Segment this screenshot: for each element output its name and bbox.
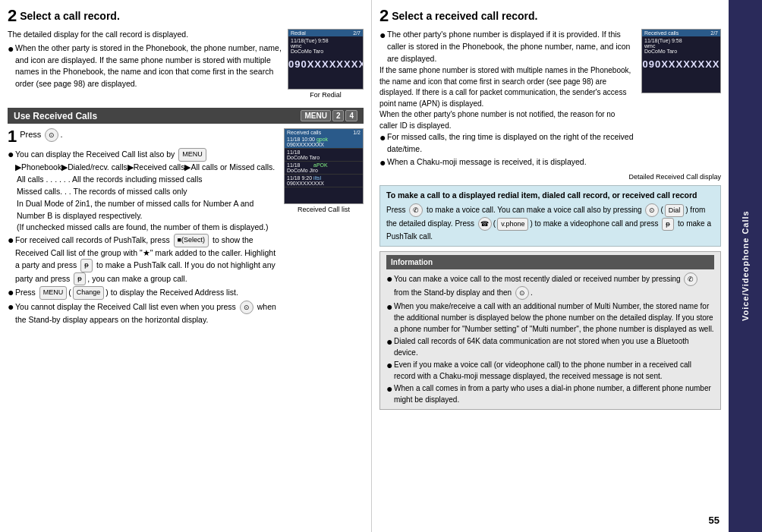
right-step2-body: ● The other party's phone number is disp… (379, 29, 635, 170)
key-circle2: ⊙ (240, 301, 253, 314)
info-bullet2: ● Dialed call records of 64K data commun… (386, 335, 714, 358)
section-title: Use Received Calls (14, 111, 97, 121)
detailed-received-caption (642, 74, 720, 76)
received-list-caption: Received Call list (284, 206, 364, 213)
pushtalk-key3: ᵽ (662, 218, 674, 231)
menu-icon-4: 4 (345, 110, 357, 121)
step1-bullet-change: ● Press MENU(Change) to display the Rece… (8, 286, 278, 300)
change-key: Change (73, 286, 105, 300)
received-list-header: Received calls 1/2 (285, 129, 363, 136)
redial-content: 11/18(Tue) 9:58 wmc DoCoMo Taro (288, 36, 363, 55)
page-number: 55 (709, 515, 719, 526)
redial-caption: For Redial (288, 91, 364, 99)
info-circle-key: ⊙ (515, 286, 529, 300)
info-bullet4: ● When a call comes in from a party who … (386, 382, 714, 405)
right-step2-title: Select a received call record. (392, 10, 537, 22)
make-call-box: To make a call to a displayed redial ite… (379, 185, 721, 247)
menu-icon-2: 2 (332, 110, 345, 121)
received-list-screen: Received calls 1/2 11/18 10:00 gpok 090X… (284, 128, 364, 204)
step1-content: 1 Press ⊙. ● You can display the Receive… (8, 128, 278, 327)
right-page: 2 Select a received call record. ● The o… (372, 0, 729, 532)
side-tab: Voice/Videophone Calls (729, 0, 762, 532)
menu-key: MENU (178, 148, 206, 162)
press-label: Press ⊙. (20, 128, 62, 142)
main-content: 2 Select a call record. The detailed dis… (0, 0, 762, 532)
info-box-header: Information (386, 255, 714, 269)
dial-key: ⊙ (645, 203, 659, 217)
step2-number: 2 (8, 6, 17, 26)
select-key: ■(Select) (174, 234, 209, 247)
menu-icon-menu: MENU (301, 110, 330, 121)
received-list-item-1: 11/18 DoCoMo Taro (285, 149, 363, 162)
redial-screen-container: Redial 2/7 11/18(Tue) 9:58 wmc DoCoMo Ta… (288, 29, 364, 99)
section-header: Use Received Calls MENU 2 4 (8, 108, 364, 124)
left-page: 2 Select a call record. The detailed dis… (0, 0, 372, 532)
right-bullet1-text: If the same phone number is stored with … (379, 65, 635, 109)
right-bullet2-text: When the other party's phone number is n… (379, 109, 635, 131)
make-call-body: Press ✆ to make a voice call. You can ma… (386, 203, 714, 242)
detailed-received-number: 090XXXXXXXX (642, 55, 720, 73)
pushtalk-key2: ᵽ (74, 272, 86, 286)
received-list-item-2: 11/18 aPOK DoCoMo Jiro (285, 162, 363, 175)
redial-screen: Redial 2/7 11/18(Tue) 9:58 wmc DoCoMo Ta… (288, 29, 364, 90)
voice-call-key: ✆ (409, 203, 423, 217)
dial-label: Dial (665, 204, 685, 218)
right-step2-header: 2 Select a received call record. (379, 6, 721, 26)
info-box: Information ● You can make a voice call … (379, 251, 721, 410)
step2-header: 2 Select a call record. (8, 6, 364, 26)
detailed-received-screen: Received calls 2/7 11/18(Tue) 9:58 wmc D… (641, 29, 721, 93)
step1-number: 1 (8, 128, 17, 145)
redial-number: 090XXXXXXXX (288, 55, 363, 73)
right-step2-number: 2 (379, 6, 389, 26)
pushtalk-key1: ᵽ (80, 259, 93, 272)
vphone-label: v.phone (497, 218, 528, 231)
step1-bullet-cannot: ● You cannot display the Received Call l… (8, 301, 278, 326)
step1-bullet0: ● You can display the Received Call list… (8, 148, 278, 173)
key-icon-circle: ⊙ (45, 128, 58, 142)
redial-header: Redial 2/7 (288, 30, 363, 36)
step1-bullet-pushtalk: ● For received call records of PushTalk,… (8, 234, 278, 285)
right-bullet0: ● The other party's phone number is disp… (379, 29, 635, 65)
step2-title: Select a call record. (20, 10, 120, 22)
received-list-item-0: 11/18 10:00 gpok 090XXXXXXXX (285, 136, 363, 149)
detailed-caption-text: Detailed Received Call display (379, 173, 721, 181)
step1-body: ● You can display the Received Call list… (8, 148, 278, 326)
right-step2-row: ● The other party's phone number is disp… (379, 29, 721, 170)
make-call-title: To make a call to a displayed redial ite… (386, 190, 714, 202)
menu-icons: MENU 2 4 (301, 110, 357, 121)
right-bullet3: ● For missed calls, the ring time is dis… (379, 131, 635, 156)
info-bullet3: ● Even if you make a voice call (or vide… (386, 359, 714, 382)
step1-row: 1 Press ⊙. ● You can display the Receive… (8, 128, 364, 327)
info-bullet1: ● When you make/receive a call with an a… (386, 301, 714, 335)
info-bullet0: ● You can make a voice call to the most … (386, 272, 714, 300)
step1-sub-bullets: All calls . . . . . . All the records in… (8, 174, 278, 234)
step2-body: The detailed display for the call record… (8, 29, 282, 91)
step1-header-row: 1 Press ⊙. (8, 128, 278, 145)
menu-key2: MENU (39, 286, 68, 300)
right-bullet4: ● When a Chaku-moji message is received,… (379, 156, 635, 169)
step2-bullet1: ● When the other party is stored in the … (8, 42, 282, 90)
info-call-key: ✆ (684, 272, 697, 286)
detailed-received-header: Received calls 2/7 (642, 30, 720, 36)
received-calls-screen-container: Received calls 1/2 11/18 10:00 gpok 090X… (284, 128, 364, 213)
received-list-item-3: 11/18 9:20 iltsl 090XXXXXXXX (285, 175, 363, 187)
video-key: ☎ (478, 217, 492, 231)
detailed-received-content: 11/18(Tue) 9:58 wmc DoCoMo Taro (642, 36, 720, 55)
